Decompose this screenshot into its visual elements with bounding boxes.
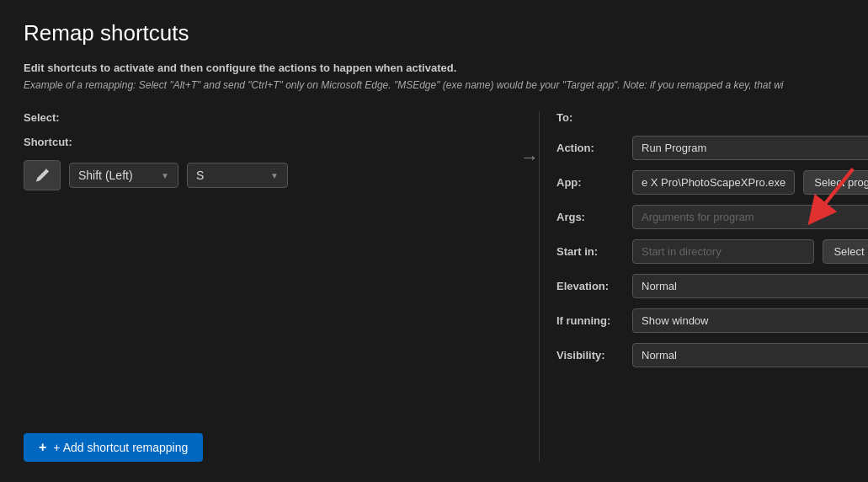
app-value: e X Pro\PhotoScapeXPro.exe (642, 176, 785, 189)
visibility-row: Visibility: Normal ▼ (556, 343, 868, 367)
select-path-button[interactable]: Select path (823, 239, 868, 264)
if-running-value: Show window (642, 314, 709, 327)
if-running-row: If running: Show window ▼ (556, 308, 868, 333)
arrow-indicator: → (520, 111, 539, 462)
visibility-select[interactable]: Normal ▼ (632, 343, 868, 367)
if-running-label: If running: (556, 314, 624, 327)
visibility-value: Normal (642, 349, 677, 362)
modifier-chevron: ▼ (161, 171, 169, 180)
pencil-icon (35, 169, 49, 182)
start-in-label: Start in: (556, 245, 624, 258)
modifier-value: Shift (Left) (78, 169, 133, 182)
app-label: App: (556, 176, 624, 189)
if-running-select[interactable]: Show window ▼ (632, 308, 868, 333)
modifier-select[interactable]: Shift (Left) ▼ (69, 163, 178, 188)
action-row: Action: Run Program ▼ (556, 136, 868, 160)
app-input[interactable]: e X Pro\PhotoScapeXPro.exe (632, 170, 795, 195)
plus-icon: + (39, 440, 46, 455)
key-value: S (196, 169, 204, 182)
key-select[interactable]: S ▼ (187, 163, 288, 188)
edit-shortcut-button[interactable] (24, 160, 61, 190)
app-row: App: e X Pro\PhotoScapeXPro.exe Select p… (556, 170, 868, 195)
args-label: Args: (556, 211, 624, 223)
args-row: Args: (556, 205, 868, 229)
start-in-row: Start in: Select path (556, 239, 868, 264)
action-label: Action: (556, 142, 624, 154)
key-chevron: ▼ (270, 171, 279, 180)
elevation-label: Elevation: (556, 280, 624, 292)
add-button-label: + Add shortcut remapping (53, 441, 188, 454)
action-value: Run Program (642, 142, 706, 154)
start-in-input[interactable] (632, 239, 814, 264)
args-input[interactable] (632, 205, 868, 229)
add-shortcut-button[interactable]: + + Add shortcut remapping (24, 433, 203, 462)
shortcut-label: Shortcut: (24, 136, 495, 148)
select-label: Select: (24, 111, 495, 124)
elevation-row: Elevation: Normal ▼ (556, 274, 868, 298)
description-text: Edit shortcuts to activate and then conf… (24, 62, 844, 74)
example-text: Example of a remapping: Select "Alt+T" a… (24, 79, 844, 91)
elevation-value: Normal (642, 280, 677, 292)
elevation-select[interactable]: Normal ▼ (632, 274, 868, 298)
select-program-button[interactable]: Select program (803, 170, 868, 195)
visibility-label: Visibility: (556, 349, 624, 362)
page-title: Remap shortcuts (24, 20, 844, 46)
action-select[interactable]: Run Program ▼ (632, 136, 868, 160)
to-label: To: (556, 111, 868, 124)
